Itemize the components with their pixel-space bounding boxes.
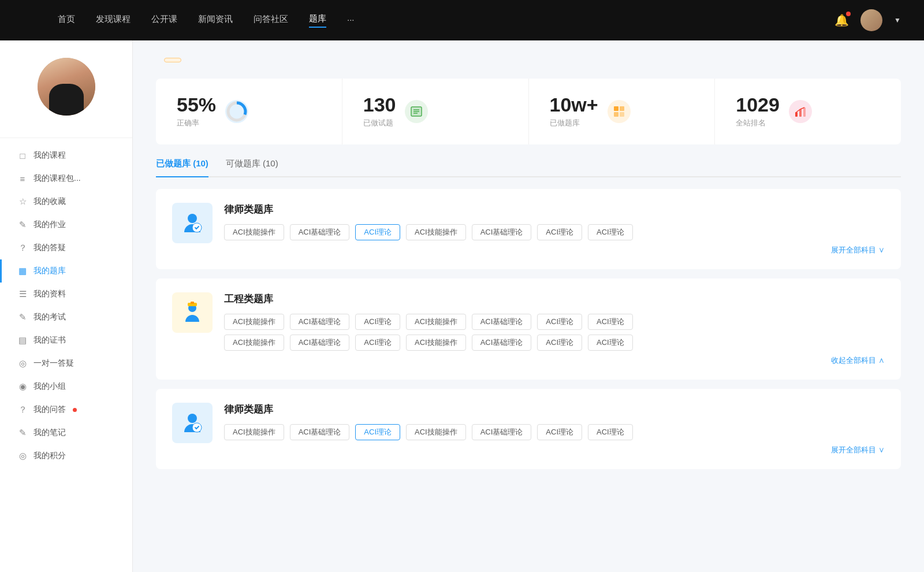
sidebar-item-one-on-one[interactable]: ◎一对一答疑 [0,352,132,375]
sidebar-label-my-qa: 我的问答 [33,404,66,415]
tag-r2-1-0[interactable]: ACI技能操作 [224,335,284,351]
sidebar-item-groups[interactable]: ◉我的小组 [0,375,132,398]
stat-done-questions-label: 已做试题 [363,118,396,128]
trial-badge [164,58,181,62]
stat-accuracy: 55% 正确率 [156,79,342,144]
stat-done-questions: 130 已做试题 [342,79,529,144]
tag-0-6[interactable]: ACI理论 [588,224,633,240]
tag-2-0[interactable]: ACI技能操作 [224,424,284,440]
menu-icon-favorites: ☆ [17,196,28,207]
menu-icon-question-bank: ▦ [17,266,28,276]
sidebar-label-question-bank: 我的题库 [33,266,66,276]
nav-item-···[interactable]: ··· [347,14,355,27]
tag-r2-1-1[interactable]: ACI基础理论 [290,335,350,351]
topnav-right: 🔔 ▼ [823,9,901,31]
sidebar-item-homework[interactable]: ✎我的作业 [0,213,132,236]
expand-link-2[interactable]: 展开全部科目 ∨ [224,445,885,455]
sidebar-item-notes[interactable]: ✎我的笔记 [0,421,132,444]
menu-icon-homework: ✎ [17,220,28,230]
qbank-card-1: 工程类题库ACI技能操作ACI基础理论ACI理论ACI技能操作ACI基础理论AC… [156,278,901,380]
notification-dot-my-qa [73,408,77,412]
nav-item-首页[interactable]: 首页 [58,14,75,27]
tag-r1-1-0[interactable]: ACI技能操作 [224,314,284,330]
sidebar-label-course-packages: 我的课程包... [33,173,81,184]
tag-0-5[interactable]: ACI理论 [537,224,582,240]
tag-0-4[interactable]: ACI基础理论 [472,224,532,240]
avatar[interactable] [860,9,882,31]
nav-item-题库[interactable]: 题库 [309,13,326,28]
tag-2-2[interactable]: ACI理论 [355,424,400,440]
tag-2-6[interactable]: ACI理论 [588,424,633,440]
sidebar-label-groups: 我的小组 [33,381,66,392]
tab-1[interactable]: 可做题库 (10) [226,158,278,176]
tag-0-1[interactable]: ACI基础理论 [290,224,350,240]
qbank-title-2: 律师类题库 [224,403,885,416]
tag-r1-1-4[interactable]: ACI基础理论 [472,314,532,330]
sidebar-item-materials[interactable]: ☰我的资料 [0,283,132,306]
sidebar-item-exams[interactable]: ✎我的考试 [0,306,132,329]
tag-0-0[interactable]: ACI技能操作 [224,224,284,240]
tag-r2-1-4[interactable]: ACI基础理论 [472,335,532,351]
qbank-title-0: 律师类题库 [224,203,885,216]
sidebar-item-course-packages[interactable]: ≡我的课程包... [0,167,132,190]
expand-link-0[interactable]: 展开全部科目 ∨ [224,245,885,255]
tag-2-1[interactable]: ACI基础理论 [290,424,350,440]
tag-r1-1-6[interactable]: ACI理论 [588,314,633,330]
sidebar-item-certificates[interactable]: ▤我的证书 [0,329,132,352]
tag-r2-1-3[interactable]: ACI技能操作 [406,335,466,351]
stat-ranking-value: 1029 [736,95,780,114]
sidebar-profile [0,58,132,126]
qbank-tags-0: ACI技能操作ACI基础理论ACI理论ACI技能操作ACI基础理论ACI理论AC… [224,224,885,240]
svg-rect-9 [614,112,619,117]
qbank-content-1: 工程类题库ACI技能操作ACI基础理论ACI理论ACI技能操作ACI基础理论AC… [224,292,885,366]
menu-icon-one-on-one: ◎ [17,358,28,369]
sidebar-label-materials: 我的资料 [33,289,66,299]
menu-icon-my-qa: ？ [17,404,28,415]
qbank-icon-2 [172,403,213,443]
accuracy-icon [225,100,248,123]
qbank-card-2: 律师类题库ACI技能操作ACI基础理论ACI理论ACI技能操作ACI基础理论AC… [156,389,901,469]
sidebar: □我的课程≡我的课程包...☆我的收藏✎我的作业？我的答疑▦我的题库☰我的资料✎… [0,40,133,572]
qbank-content-2: 律师类题库ACI技能操作ACI基础理论ACI理论ACI技能操作ACI基础理论AC… [224,403,885,455]
tag-r1-1-1[interactable]: ACI基础理论 [290,314,350,330]
tag-2-3[interactable]: ACI技能操作 [406,424,466,440]
svg-rect-18 [191,302,194,304]
sidebar-item-qa[interactable]: ？我的答疑 [0,236,132,259]
tag-0-2[interactable]: ACI理论 [355,224,400,240]
nav-item-发现课程[interactable]: 发现课程 [96,14,131,27]
tag-r1-1-3[interactable]: ACI技能操作 [406,314,466,330]
notification-bell[interactable]: 🔔 [834,13,849,27]
svg-rect-8 [620,106,624,111]
tag-0-3[interactable]: ACI技能操作 [406,224,466,240]
sidebar-label-homework: 我的作业 [33,220,66,230]
collapse-link-1[interactable]: 收起全部科目 ∧ [224,355,885,366]
qbank-tags-row1-1: ACI技能操作ACI基础理论ACI理论ACI技能操作ACI基础理论ACI理论AC… [224,314,885,330]
nav-item-公开课[interactable]: 公开课 [151,14,177,27]
svg-rect-10 [620,112,624,117]
sidebar-item-favorites[interactable]: ☆我的收藏 [0,190,132,213]
profile-avatar [38,58,95,116]
sidebar-item-courses[interactable]: □我的课程 [0,144,132,167]
nav-item-问答社区[interactable]: 问答社区 [254,14,288,27]
chevron-down-icon[interactable]: ▼ [894,16,901,24]
sidebar-item-my-qa[interactable]: ？我的问答 [0,398,132,421]
sidebar-item-points[interactable]: ◎我的积分 [0,444,132,467]
main-layout: □我的课程≡我的课程包...☆我的收藏✎我的作业？我的答疑▦我的题库☰我的资料✎… [0,40,924,572]
svg-rect-13 [803,107,806,117]
sidebar-label-points: 我的积分 [33,451,66,461]
avatar-image [38,58,95,116]
tag-r1-1-2[interactable]: ACI理论 [355,314,400,330]
tag-r2-1-5[interactable]: ACI理论 [537,335,582,351]
tag-2-5[interactable]: ACI理论 [537,424,582,440]
menu-icon-groups: ◉ [17,381,28,392]
stat-accuracy-label: 正确率 [177,118,216,128]
tag-r1-1-5[interactable]: ACI理论 [537,314,582,330]
svg-rect-7 [614,106,619,111]
tab-0[interactable]: 已做题库 (10) [156,158,208,176]
nav-item-新闻资讯[interactable]: 新闻资讯 [198,14,233,27]
tag-r2-1-2[interactable]: ACI理论 [355,335,400,351]
stat-ranking: 1029 全站排名 [715,79,901,144]
tag-2-4[interactable]: ACI基础理论 [472,424,532,440]
sidebar-item-question-bank[interactable]: ▦我的题库 [0,259,132,283]
tag-r2-1-6[interactable]: ACI理论 [588,335,633,351]
